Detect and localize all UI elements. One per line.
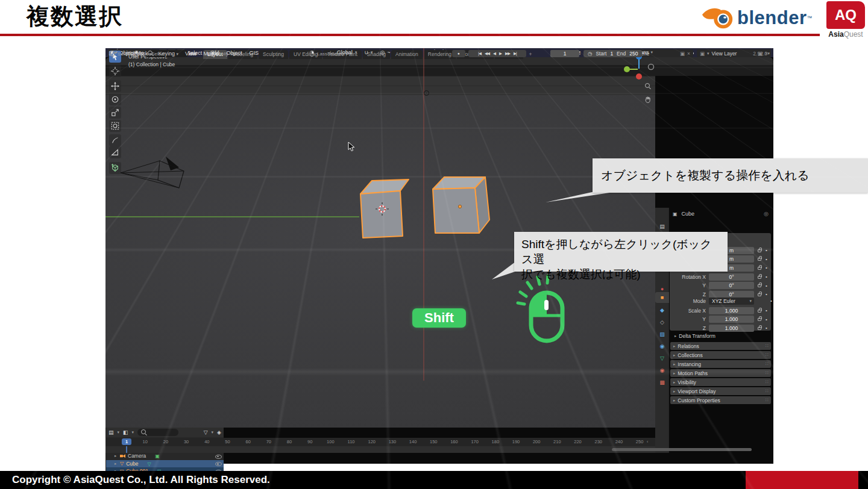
animate-dot-icon[interactable]: • (766, 325, 767, 331)
properties-header-caret[interactable]: ▾ (767, 51, 770, 56)
lock-icon[interactable] (758, 276, 761, 279)
animate-dot-icon[interactable]: • (766, 283, 767, 288)
animate-dot-icon[interactable]: • (766, 265, 767, 270)
value-field[interactable]: 1.000 (709, 325, 754, 332)
animate-dot-icon[interactable]: • (766, 317, 767, 322)
timeline-scrub-area[interactable] (105, 446, 655, 453)
animate-dot-icon[interactable]: • (766, 291, 767, 297)
frame-tick-30: 30 (184, 439, 189, 444)
outliner-row-camera[interactable]: ▸Camera▣ (106, 452, 224, 460)
material-tab-icon[interactable]: ◉ (655, 365, 669, 376)
frame-tick-170: 170 (471, 439, 479, 444)
annotate-tool[interactable] (109, 134, 121, 146)
transform-tool[interactable] (109, 120, 121, 132)
viewport-pan-icon[interactable] (644, 96, 652, 105)
cubes[interactable] (353, 173, 497, 245)
value-field[interactable]: 0° (709, 282, 754, 289)
mouse-left-button-icon (134, 51, 139, 57)
scale-rows-row: Z1.000• (671, 324, 767, 332)
frame-range-group: ◷ Start 1 End 250 (583, 50, 642, 57)
start-frame-field[interactable]: 1 (610, 51, 613, 57)
physics-tab-icon[interactable]: ◉ (655, 341, 669, 352)
status-hint-box-select: Box Select (134, 48, 165, 59)
lock-icon[interactable] (758, 293, 761, 296)
panel-relations[interactable]: ▸Relations∷ (670, 342, 771, 350)
status-hint-lasso-select: Lasso Select (310, 48, 345, 59)
scale-rows-row: Y1.000• (671, 316, 767, 323)
mouse-middle-button-icon (210, 51, 215, 57)
play-reverse-button[interactable]: ◀ (493, 51, 495, 56)
timeline-menu-view[interactable]: View (185, 51, 197, 57)
copyright-red-block (746, 471, 858, 489)
outliner-row-cube[interactable]: ▸▽Cube▽ (106, 460, 224, 468)
callout-shift-note: Shiftを押しながら左クリック(ボックス選 択でも複数選択は可能) (514, 232, 728, 272)
frame-tick-150: 150 (430, 439, 438, 444)
jump-to-end-button[interactable]: ▶| (514, 51, 517, 56)
frame-tick-20: 20 (163, 439, 168, 444)
panel-collections[interactable]: ▸Collections∷ (670, 351, 771, 359)
next-keyframe-button[interactable]: ▶▶ (505, 51, 510, 56)
lock-icon[interactable] (758, 267, 761, 270)
object-tab-icon[interactable]: ■ (655, 292, 669, 303)
value-field[interactable]: 1.000 (709, 316, 754, 323)
frame-tick-90: 90 (307, 439, 312, 444)
shift-key-badge: Shift (412, 308, 466, 328)
timeline-collapse-chevron[interactable]: ‹ (647, 440, 648, 444)
animate-dot-icon[interactable]: • (766, 274, 767, 279)
timeline-ruler[interactable]: 1102030405060708090100110120130140150160… (105, 438, 655, 446)
scale-tool[interactable] (109, 107, 121, 119)
rotation-mode-dropdown[interactable]: XYZ Euler▾ (709, 297, 754, 305)
frame-tick-200: 200 (533, 439, 541, 444)
copyright-bar: Copyright © AsiaQuest Co., Ltd. All Righ… (0, 471, 868, 489)
frame-tick-210: 210 (553, 439, 561, 444)
value-field[interactable]: 1.000 (709, 307, 754, 314)
current-frame-field[interactable]: 1 (550, 50, 579, 57)
frame-tick-60: 60 (245, 439, 250, 444)
properties-sections: ▸Relations∷▸Collections∷▸Instancing∷▸Mot… (670, 342, 771, 405)
blender-version: 2.92.0 (753, 48, 767, 59)
panel-instancing[interactable]: ▸Instancing∷ (670, 360, 771, 368)
lock-icon[interactable] (758, 249, 761, 252)
hide-eye-icon[interactable] (215, 453, 221, 459)
record-button[interactable]: ● (452, 50, 465, 57)
panel-motion-paths[interactable]: ▸Motion Paths∷ (670, 369, 771, 377)
lock-icon[interactable] (758, 327, 761, 330)
play-button[interactable]: ▶ (499, 51, 502, 56)
panel-visibility[interactable]: ▸Visibility∷ (670, 378, 771, 386)
frame-tick-140: 140 (409, 439, 417, 444)
particles-tab-icon[interactable]: ▨ (655, 329, 669, 340)
object-data-tab-icon[interactable]: ▽ (655, 353, 669, 364)
playhead-line[interactable] (126, 446, 127, 453)
frame-tick-220: 220 (574, 439, 582, 444)
animate-dot-icon[interactable]: • (766, 257, 767, 262)
hide-eye-icon[interactable] (215, 461, 221, 466)
panel-custom-properties[interactable]: ▸Custom Properties∷ (670, 396, 771, 404)
horizontal-scrollbar[interactable] (612, 448, 752, 451)
autokey-stopwatch-icon[interactable]: ◷ (588, 51, 592, 57)
animate-dot-icon[interactable]: • (766, 308, 767, 313)
lock-icon[interactable] (758, 318, 761, 321)
frame-tick-240: 240 (615, 439, 623, 444)
end-frame-field[interactable]: 250 (629, 51, 638, 57)
lock-icon[interactable] (758, 258, 761, 261)
scale-rows-row: Scale X1.000• (671, 307, 767, 314)
lock-icon[interactable] (758, 310, 761, 313)
current-frame-badge[interactable]: 1 (122, 438, 131, 445)
callout-duplicate-note: オブジェクトを複製する操作を入れる (593, 158, 868, 193)
delta-transform-subpanel[interactable]: ▸Delta Transform (675, 333, 715, 339)
constraints-tab-icon[interactable]: ◇ (655, 317, 669, 328)
jump-to-start-button[interactable]: |◀ (478, 51, 481, 56)
frame-tick-100: 100 (327, 439, 335, 444)
panel-viewport-display[interactable]: ▸Viewport Display∷ (670, 387, 771, 395)
lock-icon[interactable] (758, 284, 761, 287)
texture-tab-icon[interactable]: ▩ (655, 377, 669, 388)
pin-icon[interactable]: ◎ (764, 211, 769, 217)
tool-tab-icon[interactable]: ▤ (655, 221, 669, 232)
frame-tick-250: 250 (636, 439, 644, 444)
modifiers-tab-icon[interactable]: ◆ (655, 305, 669, 316)
camera-object[interactable] (118, 152, 193, 197)
rotate-tool[interactable] (109, 95, 121, 105)
animate-dot-icon[interactable]: • (766, 248, 767, 253)
status-hint-dolly-view: Dolly View (210, 48, 240, 59)
previous-keyframe-button[interactable]: ◀◀ (485, 51, 489, 56)
